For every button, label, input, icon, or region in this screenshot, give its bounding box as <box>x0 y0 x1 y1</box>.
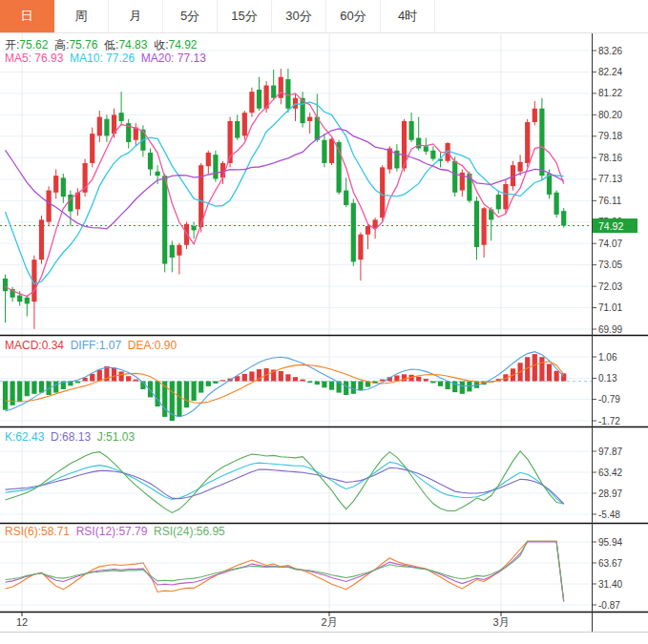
tab-5min[interactable]: 5分 <box>163 0 218 32</box>
macd-histogram-bar <box>430 382 435 384</box>
tab-week[interactable]: 周 <box>54 0 109 32</box>
y-axis-tick-label: 63.67 <box>598 558 622 569</box>
candle-body <box>184 224 189 245</box>
x-axis-label: 3月 <box>492 616 509 628</box>
macd-histogram-bar <box>112 368 116 382</box>
tab-4hour[interactable]: 4时 <box>381 0 435 32</box>
ma-readout: MA5: 76.93 MA10: 77.26 MA20: 77.13 <box>5 52 206 65</box>
candle-body <box>533 109 537 122</box>
rsi24-line <box>6 541 564 600</box>
macd-histogram-bar <box>344 382 348 395</box>
y-axis-tick-label: 72.03 <box>598 281 622 292</box>
macd-histogram-bar <box>446 382 450 389</box>
candle-body <box>561 211 566 225</box>
macd-histogram-bar <box>285 374 290 381</box>
candle-body <box>329 139 334 163</box>
kdj-readout: K:62.43 D:68.13 J:51.03 <box>5 430 135 444</box>
macd-histogram-bar <box>156 382 160 407</box>
y-axis-tick-label: 71.01 <box>598 302 622 313</box>
kdj-readout-segment: K:62.43 <box>5 430 51 444</box>
candle-body <box>61 177 66 197</box>
macd-histogram-bar <box>438 382 443 386</box>
rsi6-line <box>6 541 564 601</box>
candle-body <box>148 153 153 170</box>
rsi-readout: RSI(6):58.71 RSI(12):57.79 RSI(24):56.95 <box>5 525 225 538</box>
tab-day[interactable]: 日 <box>0 0 54 32</box>
y-axis-tick-label: 81.22 <box>598 88 622 98</box>
ma5-line <box>6 93 564 297</box>
macd-histogram-bar <box>213 382 218 384</box>
candle-body <box>39 219 44 260</box>
candle-body <box>358 235 363 260</box>
macd-readout-segment: DIFF:1.07 <box>71 339 128 352</box>
macd-histogram-bar <box>293 377 298 381</box>
candle-body <box>53 176 58 193</box>
candle-body <box>242 113 247 135</box>
macd-histogram-bar <box>554 371 559 382</box>
kdj-readout-segment: J:51.03 <box>97 430 135 444</box>
candle-body <box>279 77 283 98</box>
candle-body <box>119 113 124 121</box>
macd-histogram-bar <box>126 376 131 381</box>
macd-histogram-bar <box>242 374 247 382</box>
candle-body <box>257 90 261 109</box>
y-axis-tick-label: 74.07 <box>598 239 622 249</box>
macd-histogram-bar <box>17 382 22 403</box>
candle-body <box>97 117 102 136</box>
candle-body <box>162 176 167 263</box>
dea-line <box>6 362 564 404</box>
trading-chart-app: 日周月5分15分30分60分4时 开:75.62 高:75.76 低:74.83… <box>0 0 648 644</box>
candle-body <box>307 117 312 121</box>
macd-histogram-bar <box>192 382 197 401</box>
macd-histogram-bar <box>177 382 181 417</box>
tab-month[interactable]: 月 <box>109 0 163 32</box>
candle-body <box>285 79 290 109</box>
candle-body <box>206 153 211 166</box>
macd-histogram-bar <box>220 380 225 381</box>
candle-body <box>380 167 385 218</box>
candle-body <box>554 193 559 215</box>
candle-body <box>366 226 370 235</box>
macd-histogram-bar <box>134 380 138 382</box>
ma-readout-segment: MA5: 76.93 <box>5 52 70 65</box>
macd-histogram-bar <box>307 382 312 383</box>
ohlc-readout-segment: 75.76 <box>69 38 104 52</box>
macd-histogram-bar <box>119 371 124 381</box>
y-axis-tick-label: 31.40 <box>598 579 622 590</box>
candle-body <box>156 172 160 176</box>
macd-histogram-bar <box>533 354 537 381</box>
candle-body <box>424 146 429 152</box>
candle-body <box>90 134 94 163</box>
macd-histogram-bar <box>351 382 356 394</box>
candle-body <box>409 121 414 140</box>
candle-body <box>322 140 326 163</box>
tab-60min[interactable]: 60分 <box>326 0 381 32</box>
macd-histogram-bar <box>358 382 363 391</box>
macd-histogram-bar <box>97 369 102 381</box>
y-axis-tick-label: 1.06 <box>598 352 617 363</box>
y-axis-tick-label: 82.24 <box>598 67 622 77</box>
tab-15min[interactable]: 15分 <box>218 0 272 32</box>
candle-body <box>213 155 218 178</box>
candle-body <box>525 122 530 163</box>
candle-body <box>474 201 479 247</box>
y-axis-tick-label: 63.42 <box>598 467 622 478</box>
rsi-readout-segment: RSI(12):57.79 <box>76 525 154 538</box>
y-axis-tick-label: 28.97 <box>598 488 622 499</box>
candle-body <box>170 245 175 258</box>
candle-body <box>3 279 8 291</box>
y-axis-tick-label: 97.87 <box>598 447 622 457</box>
candle-body <box>482 208 487 245</box>
ohlc-readout-segment: 74.92 <box>168 38 197 52</box>
candle-body <box>17 296 22 302</box>
period-tabbar: 日周月5分15分30分60分4时 <box>0 0 648 33</box>
macd-histogram-bar <box>39 382 44 393</box>
y-axis-tick-label: 69.99 <box>598 324 622 335</box>
macd-readout: MACD:0.34 DIFF:1.07 DEA:0.90 <box>5 339 177 352</box>
macd-readout-segment: DEA:0.90 <box>128 339 177 352</box>
x-axis-label: 2月 <box>321 616 337 628</box>
candle-body <box>47 191 52 222</box>
macd-histogram-bar <box>90 374 94 382</box>
candle-body <box>452 161 457 193</box>
tab-30min[interactable]: 30分 <box>272 0 326 32</box>
